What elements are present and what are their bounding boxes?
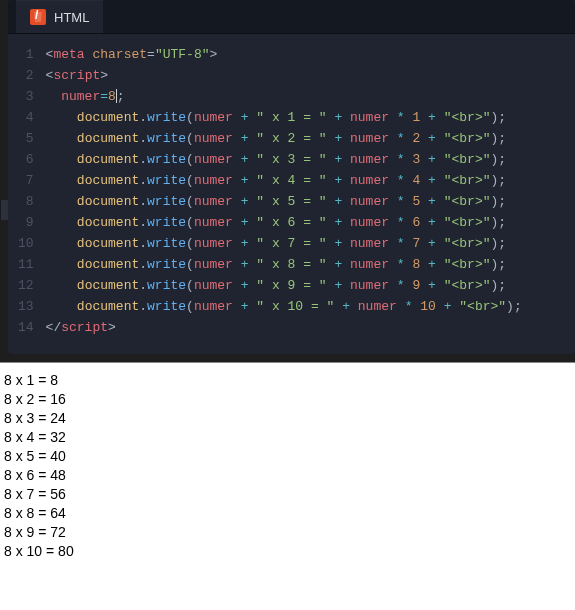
code-token: numer — [350, 110, 389, 125]
code-token — [436, 278, 444, 293]
code-token — [436, 299, 444, 314]
code-token: document — [77, 215, 139, 230]
code-token: * — [397, 278, 405, 293]
code-token: "<br>" — [444, 278, 491, 293]
code-token: 10 — [420, 299, 436, 314]
code-token: * — [397, 152, 405, 167]
code-token: numer — [194, 131, 233, 146]
code-token — [46, 299, 77, 314]
code-token: document — [77, 278, 139, 293]
code-token: "<br>" — [444, 236, 491, 251]
code-token — [436, 131, 444, 146]
code-token: + — [241, 110, 249, 125]
code-token: . — [139, 194, 147, 209]
code-line[interactable]: document.write(numer + " x 5 = " + numer… — [46, 191, 522, 212]
code-token: ( — [186, 173, 194, 188]
code-line[interactable]: numer=8; — [46, 86, 522, 107]
code-token — [46, 110, 77, 125]
code-token: " x 8 = " — [256, 257, 326, 272]
code-token: ( — [186, 215, 194, 230]
code-token: ); — [491, 152, 507, 167]
code-token — [342, 257, 350, 272]
code-token: ( — [186, 152, 194, 167]
code-token: " x 3 = " — [256, 152, 326, 167]
code-token: ); — [506, 299, 522, 314]
code-token — [46, 152, 77, 167]
code-token: numer — [350, 257, 389, 272]
code-token — [342, 215, 350, 230]
code-token: ); — [491, 215, 507, 230]
code-line[interactable]: </script> — [46, 317, 522, 338]
code-token: write — [147, 173, 186, 188]
code-token: . — [139, 278, 147, 293]
code-editor: HTML 1 2 3 4 5 6 7 8 9 10 11 12 13 14 <m… — [8, 0, 575, 354]
code-token: numer — [358, 299, 397, 314]
code-token: numer — [350, 236, 389, 251]
code-token — [389, 257, 397, 272]
code-token: * — [397, 194, 405, 209]
code-token — [436, 257, 444, 272]
code-token: "<br>" — [444, 131, 491, 146]
code-token — [342, 173, 350, 188]
code-line[interactable]: document.write(numer + " x 10 = " + nume… — [46, 296, 522, 317]
code-token: document — [77, 257, 139, 272]
code-token: + — [428, 215, 436, 230]
code-token: numer — [194, 215, 233, 230]
code-token — [420, 194, 428, 209]
code-token: + — [241, 173, 249, 188]
tab-html[interactable]: HTML — [16, 0, 103, 33]
code-token: script — [53, 68, 100, 83]
code-line[interactable]: document.write(numer + " x 3 = " + numer… — [46, 149, 522, 170]
code-token: numer — [194, 236, 233, 251]
code-line[interactable]: document.write(numer + " x 8 = " + numer… — [46, 254, 522, 275]
code-token: . — [139, 131, 147, 146]
code-token — [420, 152, 428, 167]
code-line[interactable]: document.write(numer + " x 2 = " + numer… — [46, 128, 522, 149]
code-token: write — [147, 110, 186, 125]
code-token — [420, 236, 428, 251]
left-panel-edge — [0, 200, 8, 220]
code-token — [389, 131, 397, 146]
code-token: write — [147, 194, 186, 209]
code-line[interactable]: document.write(numer + " x 4 = " + numer… — [46, 170, 522, 191]
code-token: + — [241, 131, 249, 146]
code-token: * — [397, 131, 405, 146]
code-token: "<br>" — [444, 194, 491, 209]
code-token: numer — [194, 173, 233, 188]
code-token: "<br>" — [444, 173, 491, 188]
code-token: document — [77, 173, 139, 188]
code-line[interactable]: <script> — [46, 65, 522, 86]
code-token: document — [77, 194, 139, 209]
code-area[interactable]: 1 2 3 4 5 6 7 8 9 10 11 12 13 14 <meta c… — [8, 34, 575, 354]
code-token — [342, 278, 350, 293]
code-line[interactable]: document.write(numer + " x 1 = " + numer… — [46, 107, 522, 128]
code-token: > — [100, 68, 108, 83]
code-token: . — [139, 152, 147, 167]
code-token: script — [61, 320, 108, 335]
line-number-gutter: 1 2 3 4 5 6 7 8 9 10 11 12 13 14 — [8, 44, 46, 338]
code-token — [342, 236, 350, 251]
code-line[interactable]: document.write(numer + " x 6 = " + numer… — [46, 212, 522, 233]
code-line[interactable]: <meta charset="UTF-8"> — [46, 44, 522, 65]
code-token: + — [241, 257, 249, 272]
code-content[interactable]: <meta charset="UTF-8"><script> numer=8; … — [46, 44, 522, 338]
code-token: write — [147, 278, 186, 293]
code-token: = — [147, 47, 155, 62]
code-token: numer — [194, 194, 233, 209]
code-token: ); — [491, 257, 507, 272]
code-token: write — [147, 299, 186, 314]
code-token — [436, 152, 444, 167]
code-token: . — [139, 110, 147, 125]
code-token: ; — [117, 89, 125, 104]
code-token: document — [77, 131, 139, 146]
code-token: " x 1 = " — [256, 110, 326, 125]
code-token — [46, 131, 77, 146]
code-token: + — [428, 257, 436, 272]
code-token: + — [428, 278, 436, 293]
code-line[interactable]: document.write(numer + " x 7 = " + numer… — [46, 233, 522, 254]
output-line: 8 x 2 = 16 — [4, 390, 571, 409]
code-token: + — [428, 236, 436, 251]
code-token: ); — [491, 131, 507, 146]
code-line[interactable]: document.write(numer + " x 9 = " + numer… — [46, 275, 522, 296]
output-line: 8 x 1 = 8 — [4, 371, 571, 390]
